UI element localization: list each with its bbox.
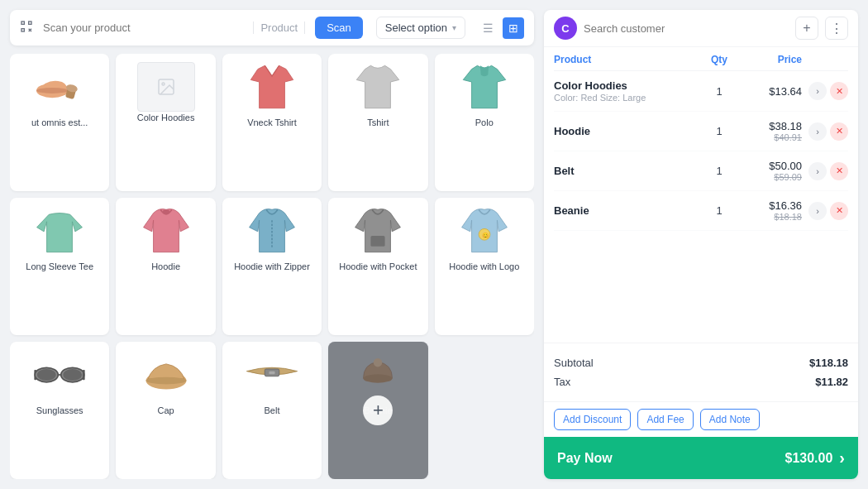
row-edit-button-0[interactable]: › [808, 82, 827, 100]
product-image-cap [137, 350, 195, 400]
product-card-hat[interactable]: ut omnis est... [10, 54, 109, 191]
svg-point-10 [162, 83, 165, 85]
scan-button[interactable]: Scan [315, 17, 363, 39]
select-option-label: Select option [385, 22, 447, 34]
row-remove-button-1[interactable]: ✕ [830, 122, 848, 141]
add-note-button[interactable]: Add Note [700, 409, 760, 430]
row-actions-2: › ✕ [802, 162, 848, 180]
scan-input[interactable] [43, 22, 243, 34]
row-qty-3: 1 [703, 204, 736, 217]
row-edit-button-2[interactable]: › [808, 162, 827, 180]
product-name-sunglasses: Sunglasses [36, 405, 83, 416]
svg-rect-2 [21, 28, 24, 31]
svg-point-18 [37, 369, 56, 381]
product-name-tshirt: Tshirt [367, 117, 389, 128]
row-product-name-1: Hoodie [554, 125, 703, 137]
product-image-polo [455, 62, 513, 112]
product-image-sunglasses [31, 350, 88, 400]
product-card-longsleeve[interactable]: Long Sleeve Tee [10, 198, 109, 335]
view-toggle: ☰ ⊞ [477, 17, 524, 39]
svg-rect-13 [371, 236, 385, 247]
row-edit-button-3[interactable]: › [808, 202, 827, 220]
row-product-meta-0: Color: Red Size: Large [554, 93, 703, 103]
scan-icon [20, 20, 33, 36]
row-remove-button-0[interactable]: ✕ [830, 82, 848, 100]
add-plus-icon: + [363, 396, 393, 425]
product-card-tshirt[interactable]: Tshirt [328, 54, 427, 191]
product-name-vneck: Vneck Tshirt [247, 117, 297, 128]
row-price-original-3: $18.18 [736, 212, 802, 222]
product-card-hoodie-logo[interactable]: 😊 Hoodie with Logo [435, 198, 534, 335]
grid-view-icon[interactable]: ⊞ [503, 17, 524, 39]
add-discount-button[interactable]: Add Discount [554, 409, 631, 430]
add-customer-button[interactable]: + [795, 17, 818, 40]
product-image-vneck [243, 62, 301, 112]
row-qty-0: 1 [703, 85, 736, 98]
table-row: Hoodie 1 $38.18 $40.91 › ✕ [554, 112, 848, 151]
add-fee-button[interactable]: Add Fee [637, 409, 693, 430]
pay-now-label: Pay Now [557, 451, 613, 466]
product-card-belt[interactable]: Belt [222, 342, 322, 479]
product-card-color-hoodies[interactable]: Color Hoodies [116, 54, 215, 191]
row-actions-3: › ✕ [802, 202, 848, 220]
product-image-longsleeve [31, 206, 88, 256]
subtotal-row: Subtotal $118.18 [554, 353, 848, 372]
pay-now-amount: $130.00 › [785, 448, 845, 467]
header-price: Price [736, 54, 802, 65]
pay-arrow-icon: › [839, 448, 845, 467]
product-card-hoodie-pocket[interactable]: Hoodie with Pocket [328, 198, 427, 335]
product-card-cap[interactable]: Cap [116, 342, 215, 479]
row-product-name-0: Color Hoodies [554, 79, 703, 92]
product-name-hoodie-logo: Hoodie with Logo [449, 261, 519, 272]
product-card-vneck[interactable]: Vneck Tshirt [222, 54, 322, 191]
row-remove-button-3[interactable]: ✕ [830, 202, 848, 220]
product-card-sunglasses[interactable]: Sunglasses [10, 342, 109, 479]
row-edit-button-1[interactable]: › [808, 122, 827, 141]
pay-now-button[interactable]: Pay Now $130.00 › [544, 437, 858, 479]
product-name-color-hoodies: Color Hoodies [137, 112, 195, 123]
order-rows: Color Hoodies Color: Red Size: Large 1 $… [554, 71, 848, 231]
customer-search-input[interactable] [584, 22, 789, 35]
svg-text:😊: 😊 [482, 232, 489, 239]
row-product-name-3: Beanie [554, 204, 703, 217]
row-remove-button-2[interactable]: ✕ [830, 162, 848, 180]
add-to-cart-overlay[interactable]: + [328, 342, 427, 479]
product-name-belt: Belt [265, 405, 280, 416]
table-header: Product Qty Price [554, 47, 848, 71]
row-price-original-1: $40.91 [736, 132, 802, 142]
product-card-hoodie[interactable]: Hoodie [116, 198, 215, 335]
svg-point-6 [36, 88, 69, 93]
more-options-button[interactable]: ⋮ [825, 17, 848, 40]
select-option-dropdown[interactable]: Select option ▾ [376, 17, 465, 39]
row-price-1: $38.18 $40.91 [736, 120, 802, 142]
product-image-hoodie [137, 206, 195, 256]
order-summary: Subtotal $118.18 Tax $11.82 [544, 343, 858, 401]
svg-rect-0 [21, 22, 24, 24]
row-price-3: $16.36 $18.18 [736, 199, 802, 222]
product-card-beanie[interactable]: + Beanie [328, 342, 427, 479]
product-card-polo[interactable]: Polo [435, 54, 534, 191]
tax-row: Tax $11.82 [554, 372, 848, 391]
header-product: Product [554, 54, 703, 65]
list-view-icon[interactable]: ☰ [477, 17, 499, 39]
tax-label: Tax [554, 376, 570, 388]
product-name-hat: ut omnis est... [31, 117, 88, 128]
table-row: Beanie 1 $16.36 $18.18 › ✕ [554, 191, 848, 231]
table-row: Belt 1 $50.00 $59.09 › ✕ [554, 151, 848, 191]
row-price-current-1: $38.18 [736, 120, 802, 132]
product-label: Product [253, 22, 305, 34]
product-name-polo: Polo [475, 117, 494, 128]
product-card-hoodie-zipper[interactable]: Hoodie with Zipper [222, 198, 322, 335]
product-image-belt [243, 350, 301, 400]
row-price-original-2: $59.09 [736, 172, 802, 182]
svg-point-21 [64, 369, 83, 381]
svg-rect-22 [83, 370, 85, 380]
row-qty-1: 1 [703, 125, 736, 137]
product-image-hat [31, 62, 88, 112]
chevron-down-icon: ▾ [452, 23, 456, 32]
header-qty: Qty [703, 54, 736, 65]
product-name-longsleeve: Long Sleeve Tee [26, 261, 93, 272]
product-image-tshirt [349, 62, 407, 112]
product-name-cap: Cap [158, 405, 174, 416]
customer-icon: C [554, 17, 577, 40]
